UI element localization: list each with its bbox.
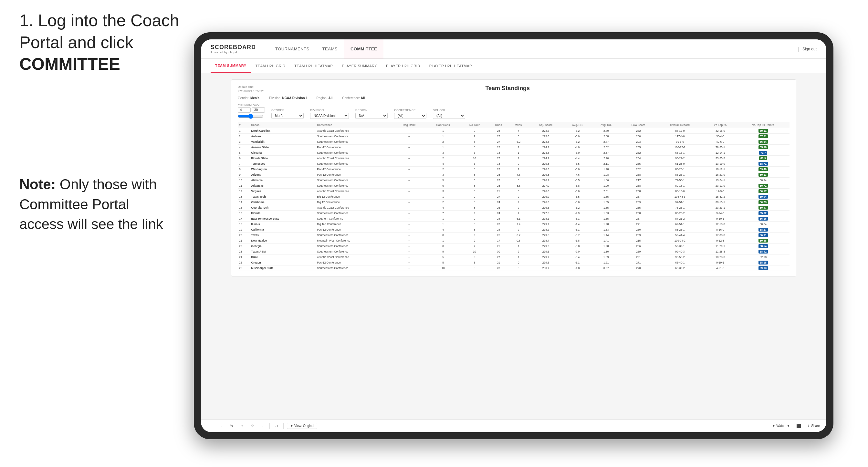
- sub-nav-player-h2h-heatmap[interactable]: PLAYER H2H HEATMAP: [425, 59, 476, 73]
- toolbar-grid-icon[interactable]: ⁝: [259, 423, 266, 430]
- cell-rnds: 27: [489, 254, 509, 260]
- min-rounds-label: Minimum Rou...: [238, 103, 265, 106]
- cell-adj-score: 273.8: [528, 139, 563, 145]
- cell-rnds: 21: [489, 189, 509, 194]
- cell-wins: 2: [509, 199, 528, 205]
- cell-rank: 12: [238, 189, 250, 194]
- toolbar-back-icon[interactable]: ←: [207, 423, 215, 430]
- cell-no-tour: 8: [461, 145, 489, 150]
- table-row: 5 Ole Miss Southeastern Conference – 3 6…: [238, 150, 789, 156]
- nav-tournaments[interactable]: TOURNAMENTS: [269, 39, 316, 59]
- cell-no-tour: 8: [461, 183, 489, 189]
- cell-adj-score: 275.3: [528, 161, 563, 167]
- table-row: 7 Tennessee Southeastern Conference – 4 …: [238, 161, 789, 167]
- cell-vs-top25: 9-24-0: [704, 211, 737, 216]
- cell-conf-rank: 3: [426, 172, 461, 178]
- sub-nav-player-summary[interactable]: PLAYER SUMMARY: [337, 59, 381, 73]
- cell-overall: 72-50-1: [656, 178, 704, 183]
- sub-nav-player-h2h-grid[interactable]: PLAYER H2H GRID: [381, 59, 425, 73]
- sub-nav-team-h2h-grid[interactable]: TEAM H2H GRID: [251, 59, 290, 73]
- cell-conf-rank: 4: [426, 161, 461, 167]
- gender-select[interactable]: Men's: [271, 113, 304, 119]
- cell-avg-rd: 1.55: [591, 216, 621, 222]
- cell-school: Florida State: [250, 156, 316, 161]
- cell-avg-sg: -3.8: [563, 183, 591, 189]
- cell-adj-score: 274.8: [528, 150, 563, 156]
- cell-no-tour: 9: [461, 254, 489, 260]
- cell-reg-rank: –: [393, 249, 426, 254]
- toolbar-view-button[interactable]: 👁 View: Original: [287, 423, 317, 429]
- note-prefix: Note:: [20, 176, 56, 192]
- cell-no-tour: 10: [461, 156, 489, 161]
- cell-vs-top25: 13-19-0: [704, 161, 737, 167]
- cell-overall: 117-4-0: [656, 134, 704, 139]
- cell-conf-rank: 1: [426, 145, 461, 150]
- cell-vs-top25: 30-15-1: [704, 199, 737, 205]
- toolbar-clock-icon[interactable]: ⏲: [273, 423, 280, 430]
- toolbar-divider-2: [283, 423, 284, 429]
- table-row: 24 Duke Atlantic Coast Conference – 5 9 …: [238, 254, 789, 260]
- cell-avg-rd: 0.97: [591, 266, 621, 271]
- cell-wins: 1: [509, 150, 528, 156]
- cell-vs-top50: 71.7: [737, 150, 789, 156]
- cell-rank: 23: [238, 249, 250, 254]
- cell-vs-top25: 13-24-1: [704, 178, 737, 183]
- cell-avg-sg: -1.4: [563, 222, 591, 227]
- max-rounds-input[interactable]: [252, 107, 265, 113]
- cell-adj-score: 273.5: [528, 128, 563, 134]
- cell-reg-rank: –: [393, 156, 426, 161]
- cell-adj-score: 278.2: [528, 227, 563, 232]
- table-row: 4 Arizona State Pac-12 Conference – 1 8 …: [238, 145, 789, 150]
- cell-school: Ole Miss: [250, 150, 316, 156]
- toolbar-reload-icon[interactable]: ↻: [228, 423, 235, 430]
- watch-icon: 👁: [772, 424, 775, 428]
- rounds-slider[interactable]: [238, 114, 264, 119]
- sub-nav-team-summary[interactable]: TEAM SUMMARY: [211, 59, 251, 73]
- toolbar-bookmark-icon[interactable]: ☆: [249, 423, 256, 430]
- cell-low-score: 262: [621, 128, 656, 134]
- conference-select[interactable]: (All): [394, 113, 426, 119]
- min-rounds-input[interactable]: [238, 107, 251, 113]
- cell-no-tour: 9: [461, 238, 489, 244]
- nav-committee[interactable]: COMMITTEE: [344, 39, 384, 59]
- cell-adj-score: 280.7: [528, 266, 563, 271]
- table-row: 13 Texas Tech Big 12 Conference – 1 9 27…: [238, 194, 789, 199]
- cell-wins: 0: [509, 260, 528, 266]
- toolbar-home-icon[interactable]: ⌂: [239, 423, 246, 430]
- cell-avg-sg: -6.0: [563, 167, 591, 172]
- school-select[interactable]: (All): [433, 113, 465, 119]
- cell-vs-top25: 9-19-1: [704, 260, 737, 266]
- cell-conference: Atlantic Coast Conference: [316, 205, 393, 211]
- toolbar-expand-icon[interactable]: ⬛: [795, 423, 802, 430]
- share-button[interactable]: ⇪ Share: [807, 424, 820, 428]
- share-icon: ⇪: [807, 424, 810, 428]
- toolbar-forward-icon[interactable]: →: [218, 423, 225, 430]
- cell-avg-sg: -4.0: [563, 145, 591, 150]
- watch-button[interactable]: 👁 Watch ▼: [772, 424, 790, 428]
- region-select[interactable]: N/A: [355, 113, 388, 119]
- cell-no-tour: 9: [461, 232, 489, 238]
- cell-conference: Pac-12 Conference: [316, 172, 393, 178]
- division-select[interactable]: NCAA Division I: [310, 113, 349, 119]
- cell-avg-rd: 2.77: [591, 139, 621, 145]
- filter-row: Gender: Men's Division: NCAA Division I …: [238, 96, 789, 100]
- cell-avg-rd: 1.21: [591, 260, 621, 266]
- sign-out-link[interactable]: Sign out: [802, 47, 817, 51]
- cell-conf-rank: 6: [426, 183, 461, 189]
- cell-low-score: 264: [621, 156, 656, 161]
- tablet-screen: SCOREBOARD Powered by clippd TOURNAMENTS…: [201, 39, 826, 432]
- cell-avg-sg: -3.5: [563, 194, 591, 199]
- sub-nav-team-h2h-heatmap[interactable]: TEAM H2H HEATMAP: [290, 59, 337, 73]
- cell-wins: 2: [509, 249, 528, 254]
- nav-teams[interactable]: TEAMS: [316, 39, 344, 59]
- control-min-rounds: Minimum Rou...: [238, 103, 265, 119]
- cell-wins: 3.8: [509, 183, 528, 189]
- cell-conference: Atlantic Coast Conference: [316, 128, 393, 134]
- cell-vs-top25: 17-33-8: [704, 232, 737, 238]
- col-rnds: Rnds: [489, 122, 509, 128]
- cell-low-score: 268: [621, 189, 656, 194]
- cell-vs-top25: 10-23-0: [704, 254, 737, 260]
- control-division: Division NCAA Division I: [310, 108, 349, 119]
- cell-adj-score: 277.5: [528, 211, 563, 216]
- cell-reg-rank: –: [393, 128, 426, 134]
